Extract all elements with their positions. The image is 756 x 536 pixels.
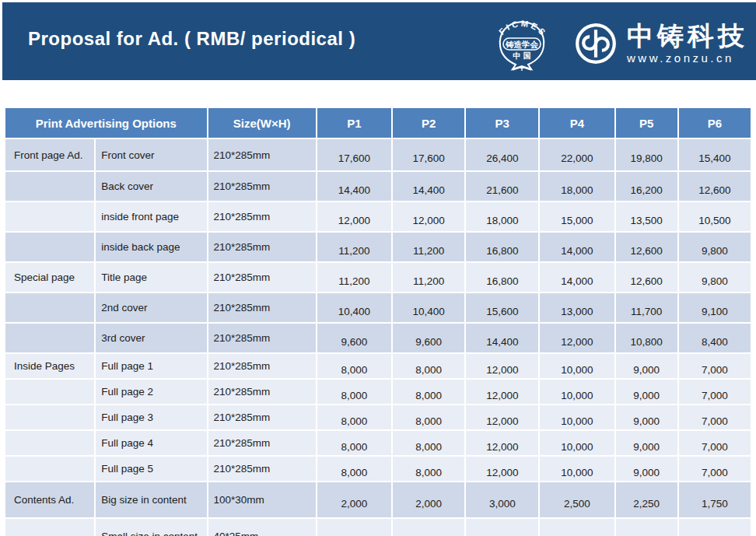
price-cell: 9,000 [616, 431, 677, 455]
row-group-label: Inside Pages [5, 354, 94, 378]
ficmes-logo-icon: FICMES 铸造学会 中 国 [490, 12, 554, 75]
price-cell: 11,200 [393, 263, 464, 292]
row-option-label: 3rd cover [96, 324, 206, 352]
row-size-value: 210*285mm [208, 324, 316, 352]
price-cell: 8,000 [393, 431, 464, 455]
row-size-value: 210*285mm [208, 354, 316, 378]
price-cell: 12,000 [466, 380, 538, 404]
price-cell: 2,500 [540, 482, 614, 517]
price-cell: 9,000 [616, 380, 677, 404]
price-cell: 1,750 [679, 482, 751, 517]
price-cell: 10,500 [679, 202, 751, 231]
price-cell: 2,000 [393, 482, 464, 517]
price-cell: 12,000 [466, 405, 538, 429]
price-cell: 16,800 [466, 263, 538, 292]
price-cell: 11,200 [393, 233, 464, 261]
price-cell: 12,000 [317, 202, 391, 231]
price-cell: 11,200 [317, 263, 391, 292]
table-header-row: Print Advertising Options Size(W×H) P1 P… [5, 108, 751, 138]
pricing-table-container: Print Advertising Options Size(W×H) P1 P… [4, 107, 752, 536]
price-cell: 12,600 [616, 233, 677, 261]
row-option-label: Front cover [96, 139, 206, 170]
price-cell: 1,600 [393, 519, 464, 536]
price-cell: 9,800 [679, 263, 751, 292]
price-cell: 12,600 [616, 263, 677, 292]
row-size-value: 210*285mm [208, 263, 316, 292]
row-option-label: Full page 5 [96, 457, 206, 481]
table-row: Full page 5210*285mm8,0008,00012,00010,0… [5, 457, 751, 481]
price-cell: 8,000 [393, 354, 464, 378]
table-row: Special pageTitle page210*285mm11,20011,… [5, 263, 751, 292]
price-cell: 9,600 [317, 324, 391, 352]
price-cell: 12,000 [466, 354, 538, 378]
price-cell: 10,800 [616, 324, 677, 352]
price-cell: 13,000 [540, 293, 614, 322]
row-group-label: Special page [5, 263, 94, 292]
row-size-value: 210*285mm [208, 172, 316, 201]
row-group-label [5, 324, 94, 352]
table-row: inside front page210*285mm12,00012,00018… [5, 202, 751, 231]
row-size-value: 210*285mm [208, 405, 316, 429]
price-cell: 15,400 [679, 139, 751, 170]
price-cell: 12,000 [466, 431, 538, 455]
banner-logos: FICMES 铸造学会 中 国 中铸科技 www.zonzu.cn [490, 10, 748, 77]
table-row: Full page 4210*285mm8,0008,00012,00010,0… [5, 431, 751, 455]
price-table-body: Front page Ad.Front cover210*285mm17,600… [5, 139, 751, 536]
price-cell: 17,600 [317, 139, 391, 170]
company-website: www.zonzu.cn [627, 51, 734, 65]
row-group-label: Contents Ad. [5, 482, 94, 517]
price-cell: 1,600 [317, 519, 391, 536]
row-option-label: inside back page [96, 233, 206, 261]
pricing-table: Print Advertising Options Size(W×H) P1 P… [4, 107, 752, 536]
price-cell: 8,000 [393, 380, 464, 404]
table-row: Full page 2210*285mm8,0008,00012,00010,0… [5, 380, 751, 404]
price-cell: 2,000 [317, 482, 391, 517]
row-size-value: 210*285mm [208, 293, 316, 322]
row-group-label [5, 457, 94, 481]
price-cell: 18,000 [540, 172, 614, 201]
price-cell: 9,100 [679, 293, 751, 322]
row-option-label: Title page [96, 263, 206, 292]
header-p4: P4 [540, 108, 614, 138]
zonzu-text-block: 中铸科技 www.zonzu.cn [627, 23, 748, 65]
price-cell: 2,250 [616, 482, 677, 517]
price-cell: 8,000 [317, 354, 391, 378]
header-p5: P5 [616, 108, 677, 138]
price-cell: 11,200 [317, 233, 391, 261]
price-cell: 3,000 [466, 482, 538, 517]
row-option-label: inside front page [96, 202, 206, 231]
price-cell: 9,600 [393, 324, 464, 352]
price-cell: 8,000 [317, 405, 391, 429]
price-cell: 11,700 [616, 293, 677, 322]
table-row: 2nd cover210*285mm10,40010,40015,60013,0… [5, 293, 751, 322]
header-p2: P2 [393, 108, 464, 138]
row-size-value: 210*285mm [208, 431, 316, 455]
price-cell: 19,800 [616, 139, 677, 170]
price-cell: 1,800 [616, 519, 677, 536]
svg-text:FICMES: FICMES [497, 19, 548, 39]
row-option-label: Full page 1 [96, 354, 206, 378]
price-cell: 14,000 [540, 233, 614, 261]
price-cell: 9,000 [616, 405, 677, 429]
row-group-label [5, 519, 94, 536]
table-row: inside back page210*285mm11,20011,20016,… [5, 233, 751, 261]
header-p6: P6 [679, 108, 751, 138]
ficmes-pill-text: 铸造学会 [505, 40, 539, 49]
price-cell: 7,000 [679, 431, 751, 455]
price-cell: 8,000 [393, 457, 464, 481]
price-cell: 21,600 [466, 172, 538, 201]
price-cell: 10,000 [540, 431, 614, 455]
ficmes-arc-text: FICMES [497, 19, 548, 39]
page-title: Proposal for Ad. ( RMB/ periodical ) [28, 28, 355, 50]
price-cell: 10,400 [393, 293, 464, 322]
row-option-label: Full page 2 [96, 380, 206, 404]
row-group-label [5, 172, 94, 201]
price-cell: 17,600 [393, 139, 464, 170]
row-group-label: Front page Ad. [5, 139, 94, 170]
price-cell: 9,000 [616, 354, 677, 378]
ficmes-bottom-text: 中 国 [513, 51, 531, 60]
table-row: Back cover210*285mm14,40014,40021,60018,… [5, 172, 751, 201]
row-size-value: 210*285mm [208, 139, 316, 170]
company-name: 中铸科技 [627, 23, 748, 51]
row-size-value: 100*30mm [208, 482, 316, 517]
